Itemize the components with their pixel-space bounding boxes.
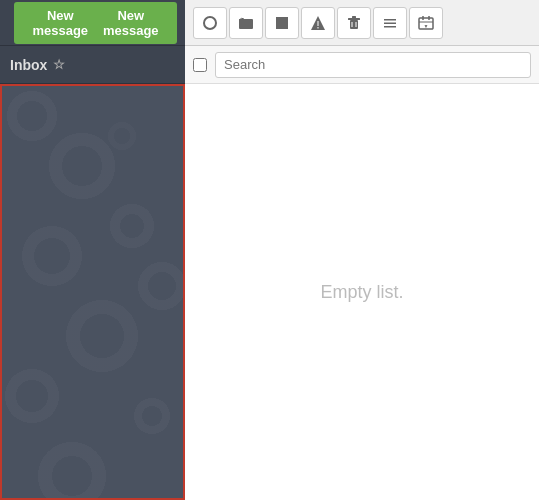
calendar-toolbar-btn[interactable]: ▼ — [409, 7, 443, 39]
svg-point-0 — [204, 17, 216, 29]
select-all-checkbox[interactable] — [193, 58, 207, 72]
svg-rect-6 — [350, 20, 358, 29]
menu-toolbar-btn[interactable] — [373, 7, 407, 39]
svg-rect-11 — [384, 19, 396, 21]
new-message-button[interactable]: New messageNew message — [14, 2, 177, 44]
box-toolbar-btn[interactable] — [265, 7, 299, 39]
folder-toolbar-btn[interactable] — [229, 7, 263, 39]
svg-rect-12 — [384, 22, 396, 24]
svg-rect-5 — [318, 27, 319, 29]
svg-text:▼: ▼ — [424, 23, 429, 29]
sidebar-header: Inbox ☆ — [0, 46, 185, 84]
svg-rect-8 — [352, 16, 356, 18]
content-toolbar — [185, 46, 539, 84]
svg-rect-13 — [384, 26, 396, 28]
circle-toolbar-btn[interactable] — [193, 7, 227, 39]
warning-toolbar-btn[interactable] — [301, 7, 335, 39]
svg-rect-7 — [348, 18, 360, 20]
svg-rect-4 — [318, 21, 319, 26]
sidebar-content — [0, 84, 185, 500]
search-input[interactable] — [215, 52, 531, 78]
trash-toolbar-btn[interactable] — [337, 7, 371, 39]
empty-list-message: Empty list. — [185, 84, 539, 500]
inbox-label: Inbox — [10, 57, 47, 73]
toolbar: ▼ — [185, 0, 539, 46]
star-icon[interactable]: ☆ — [53, 57, 65, 72]
content-panel: Empty list. — [185, 46, 539, 500]
svg-rect-2 — [276, 17, 288, 29]
